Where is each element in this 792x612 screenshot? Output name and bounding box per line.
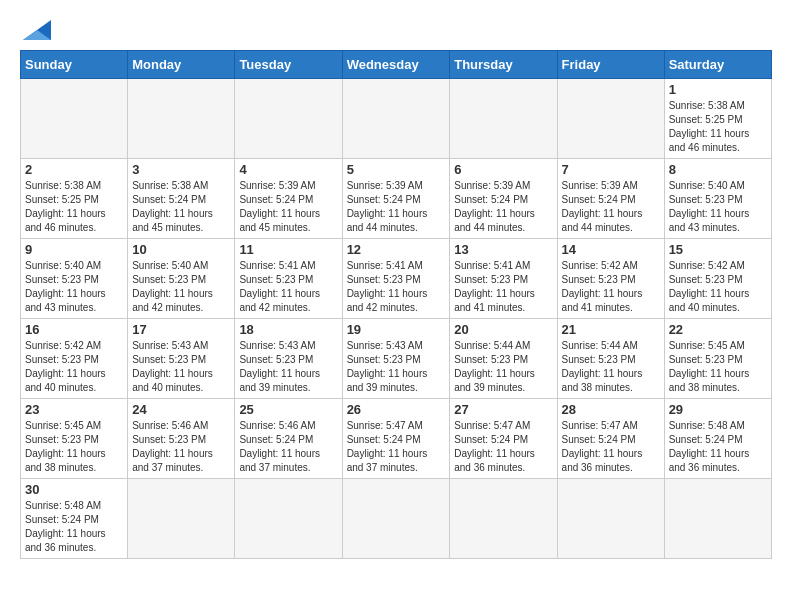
day-info: Sunrise: 5:47 AM Sunset: 5:24 PM Dayligh… — [562, 419, 660, 475]
day-info: Sunrise: 5:42 AM Sunset: 5:23 PM Dayligh… — [562, 259, 660, 315]
day-number: 25 — [239, 402, 337, 417]
day-info: Sunrise: 5:41 AM Sunset: 5:23 PM Dayligh… — [239, 259, 337, 315]
calendar-cell — [235, 479, 342, 559]
calendar-cell: 14Sunrise: 5:42 AM Sunset: 5:23 PM Dayli… — [557, 239, 664, 319]
calendar-cell: 9Sunrise: 5:40 AM Sunset: 5:23 PM Daylig… — [21, 239, 128, 319]
calendar-cell: 7Sunrise: 5:39 AM Sunset: 5:24 PM Daylig… — [557, 159, 664, 239]
calendar-cell: 4Sunrise: 5:39 AM Sunset: 5:24 PM Daylig… — [235, 159, 342, 239]
day-number: 9 — [25, 242, 123, 257]
header-thursday: Thursday — [450, 51, 557, 79]
header-sunday: Sunday — [21, 51, 128, 79]
day-number: 23 — [25, 402, 123, 417]
day-info: Sunrise: 5:43 AM Sunset: 5:23 PM Dayligh… — [132, 339, 230, 395]
day-info: Sunrise: 5:48 AM Sunset: 5:24 PM Dayligh… — [25, 499, 123, 555]
calendar-cell: 27Sunrise: 5:47 AM Sunset: 5:24 PM Dayli… — [450, 399, 557, 479]
day-number: 5 — [347, 162, 446, 177]
day-info: Sunrise: 5:42 AM Sunset: 5:23 PM Dayligh… — [669, 259, 767, 315]
calendar-week-row: 1Sunrise: 5:38 AM Sunset: 5:25 PM Daylig… — [21, 79, 772, 159]
calendar-cell: 26Sunrise: 5:47 AM Sunset: 5:24 PM Dayli… — [342, 399, 450, 479]
calendar-cell: 5Sunrise: 5:39 AM Sunset: 5:24 PM Daylig… — [342, 159, 450, 239]
day-info: Sunrise: 5:44 AM Sunset: 5:23 PM Dayligh… — [562, 339, 660, 395]
day-info: Sunrise: 5:40 AM Sunset: 5:23 PM Dayligh… — [25, 259, 123, 315]
calendar-cell — [664, 479, 771, 559]
logo — [20, 20, 51, 40]
calendar-cell — [557, 79, 664, 159]
calendar-cell — [450, 479, 557, 559]
day-number: 14 — [562, 242, 660, 257]
calendar-cell: 24Sunrise: 5:46 AM Sunset: 5:23 PM Dayli… — [128, 399, 235, 479]
day-number: 10 — [132, 242, 230, 257]
calendar-cell: 8Sunrise: 5:40 AM Sunset: 5:23 PM Daylig… — [664, 159, 771, 239]
day-info: Sunrise: 5:44 AM Sunset: 5:23 PM Dayligh… — [454, 339, 552, 395]
day-number: 30 — [25, 482, 123, 497]
calendar-week-row: 23Sunrise: 5:45 AM Sunset: 5:23 PM Dayli… — [21, 399, 772, 479]
day-info: Sunrise: 5:39 AM Sunset: 5:24 PM Dayligh… — [454, 179, 552, 235]
calendar-cell: 17Sunrise: 5:43 AM Sunset: 5:23 PM Dayli… — [128, 319, 235, 399]
calendar-cell: 11Sunrise: 5:41 AM Sunset: 5:23 PM Dayli… — [235, 239, 342, 319]
day-number: 16 — [25, 322, 123, 337]
day-number: 20 — [454, 322, 552, 337]
header-wednesday: Wednesday — [342, 51, 450, 79]
day-number: 8 — [669, 162, 767, 177]
day-number: 26 — [347, 402, 446, 417]
calendar-week-row: 2Sunrise: 5:38 AM Sunset: 5:25 PM Daylig… — [21, 159, 772, 239]
calendar-cell — [342, 79, 450, 159]
day-info: Sunrise: 5:41 AM Sunset: 5:23 PM Dayligh… — [347, 259, 446, 315]
calendar-cell: 25Sunrise: 5:46 AM Sunset: 5:24 PM Dayli… — [235, 399, 342, 479]
calendar-cell: 23Sunrise: 5:45 AM Sunset: 5:23 PM Dayli… — [21, 399, 128, 479]
calendar-cell — [235, 79, 342, 159]
calendar-cell: 12Sunrise: 5:41 AM Sunset: 5:23 PM Dayli… — [342, 239, 450, 319]
day-info: Sunrise: 5:38 AM Sunset: 5:25 PM Dayligh… — [25, 179, 123, 235]
day-number: 29 — [669, 402, 767, 417]
calendar-header-row: SundayMondayTuesdayWednesdayThursdayFrid… — [21, 51, 772, 79]
calendar-cell: 20Sunrise: 5:44 AM Sunset: 5:23 PM Dayli… — [450, 319, 557, 399]
calendar-cell: 29Sunrise: 5:48 AM Sunset: 5:24 PM Dayli… — [664, 399, 771, 479]
day-number: 28 — [562, 402, 660, 417]
day-info: Sunrise: 5:39 AM Sunset: 5:24 PM Dayligh… — [347, 179, 446, 235]
day-info: Sunrise: 5:39 AM Sunset: 5:24 PM Dayligh… — [239, 179, 337, 235]
day-number: 13 — [454, 242, 552, 257]
calendar-cell: 2Sunrise: 5:38 AM Sunset: 5:25 PM Daylig… — [21, 159, 128, 239]
calendar-cell: 1Sunrise: 5:38 AM Sunset: 5:25 PM Daylig… — [664, 79, 771, 159]
calendar-cell: 19Sunrise: 5:43 AM Sunset: 5:23 PM Dayli… — [342, 319, 450, 399]
calendar-cell: 3Sunrise: 5:38 AM Sunset: 5:24 PM Daylig… — [128, 159, 235, 239]
day-info: Sunrise: 5:40 AM Sunset: 5:23 PM Dayligh… — [132, 259, 230, 315]
day-info: Sunrise: 5:43 AM Sunset: 5:23 PM Dayligh… — [239, 339, 337, 395]
calendar-cell: 16Sunrise: 5:42 AM Sunset: 5:23 PM Dayli… — [21, 319, 128, 399]
calendar-cell — [128, 79, 235, 159]
day-number: 21 — [562, 322, 660, 337]
day-info: Sunrise: 5:48 AM Sunset: 5:24 PM Dayligh… — [669, 419, 767, 475]
day-info: Sunrise: 5:41 AM Sunset: 5:23 PM Dayligh… — [454, 259, 552, 315]
day-info: Sunrise: 5:38 AM Sunset: 5:24 PM Dayligh… — [132, 179, 230, 235]
day-number: 1 — [669, 82, 767, 97]
day-number: 6 — [454, 162, 552, 177]
day-number: 18 — [239, 322, 337, 337]
calendar-cell — [21, 79, 128, 159]
calendar-cell: 15Sunrise: 5:42 AM Sunset: 5:23 PM Dayli… — [664, 239, 771, 319]
calendar-cell: 28Sunrise: 5:47 AM Sunset: 5:24 PM Dayli… — [557, 399, 664, 479]
day-number: 24 — [132, 402, 230, 417]
header-friday: Friday — [557, 51, 664, 79]
day-number: 17 — [132, 322, 230, 337]
day-number: 7 — [562, 162, 660, 177]
day-number: 2 — [25, 162, 123, 177]
day-number: 4 — [239, 162, 337, 177]
day-info: Sunrise: 5:39 AM Sunset: 5:24 PM Dayligh… — [562, 179, 660, 235]
calendar-cell — [557, 479, 664, 559]
day-info: Sunrise: 5:46 AM Sunset: 5:23 PM Dayligh… — [132, 419, 230, 475]
calendar-cell: 18Sunrise: 5:43 AM Sunset: 5:23 PM Dayli… — [235, 319, 342, 399]
header-saturday: Saturday — [664, 51, 771, 79]
day-info: Sunrise: 5:45 AM Sunset: 5:23 PM Dayligh… — [25, 419, 123, 475]
day-number: 19 — [347, 322, 446, 337]
calendar-week-row: 9Sunrise: 5:40 AM Sunset: 5:23 PM Daylig… — [21, 239, 772, 319]
calendar-cell: 13Sunrise: 5:41 AM Sunset: 5:23 PM Dayli… — [450, 239, 557, 319]
day-number: 3 — [132, 162, 230, 177]
calendar-cell: 10Sunrise: 5:40 AM Sunset: 5:23 PM Dayli… — [128, 239, 235, 319]
day-info: Sunrise: 5:45 AM Sunset: 5:23 PM Dayligh… — [669, 339, 767, 395]
day-info: Sunrise: 5:46 AM Sunset: 5:24 PM Dayligh… — [239, 419, 337, 475]
day-info: Sunrise: 5:38 AM Sunset: 5:25 PM Dayligh… — [669, 99, 767, 155]
header-tuesday: Tuesday — [235, 51, 342, 79]
day-info: Sunrise: 5:43 AM Sunset: 5:23 PM Dayligh… — [347, 339, 446, 395]
day-number: 15 — [669, 242, 767, 257]
calendar: SundayMondayTuesdayWednesdayThursdayFrid… — [20, 50, 772, 559]
